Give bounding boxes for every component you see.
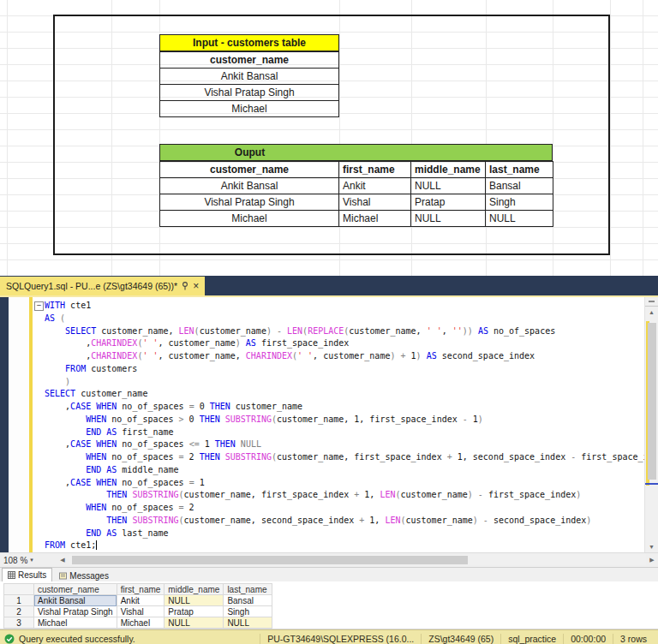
input-header-cell[interactable]: customer_name: [160, 52, 339, 69]
code-line[interactable]: END AS first_name: [45, 426, 645, 439]
grid-cell[interactable]: Ankit Bansal: [34, 595, 117, 606]
output-header-cell[interactable]: first_name: [339, 162, 411, 178]
input-cell[interactable]: Ankit Bansal: [160, 69, 339, 85]
zoom-level: 108 %: [3, 556, 27, 565]
code-line[interactable]: WHEN no_of_spaces = 2: [45, 502, 645, 515]
success-check-icon: [4, 634, 15, 644]
code-line[interactable]: AS (: [45, 313, 645, 325]
code-line[interactable]: WHEN no_of_spaces = 2 THEN SUBSTRING(cus…: [45, 451, 645, 464]
results-grid-area: customer_namefirst_namemiddle_namelast_n…: [0, 581, 658, 629]
horizontal-scrollbar[interactable]: [69, 555, 646, 565]
code-line[interactable]: THEN SUBSTRING(customer_name, first_spac…: [45, 489, 645, 502]
text-cursor: [96, 540, 97, 550]
close-icon[interactable]: ×: [193, 282, 199, 290]
pin-icon[interactable]: [182, 282, 188, 290]
grid-cell[interactable]: Singh: [224, 606, 272, 617]
table-row: Ankit BansalAnkitNULLBansal: [160, 178, 553, 194]
grid-cell[interactable]: NULL: [164, 595, 224, 606]
grid-cell[interactable]: Ankit: [117, 595, 164, 606]
grid-row-number[interactable]: 1: [4, 595, 34, 606]
grid-cell[interactable]: NULL: [164, 617, 224, 629]
document-tab[interactable]: SQLQuery1.sql - PU...e (ZS\gt34649 (65))…: [0, 277, 205, 295]
grid-cell[interactable]: Vishal Pratap Singh: [34, 606, 117, 617]
code-line[interactable]: ,CHARINDEX(' ', customer_name) AS first_…: [45, 337, 645, 350]
grid-cell[interactable]: Vishal: [117, 606, 164, 617]
output-cell[interactable]: Michael: [160, 211, 339, 227]
code-line[interactable]: END AS last_name: [45, 528, 645, 540]
output-cell[interactable]: Ankit Bansal: [160, 178, 339, 194]
output-cell[interactable]: Singh: [486, 194, 553, 211]
results-grid-icon: [8, 571, 15, 579]
output-cell[interactable]: NULL: [486, 211, 553, 227]
scroll-down-icon[interactable]: ▼: [645, 541, 658, 552]
vertical-scroll-thumb[interactable]: [648, 323, 656, 480]
grid-cell[interactable]: Michael: [34, 617, 117, 629]
grid-cell[interactable]: NULL: [224, 617, 272, 629]
vertical-scrollbar[interactable]: ▲ ▼: [644, 297, 658, 552]
code-line[interactable]: END AS middle_name: [45, 464, 645, 477]
output-cell[interactable]: NULL: [411, 178, 486, 194]
splitter-grip-icon[interactable]: [645, 297, 658, 307]
code-line[interactable]: WHEN no_of_spaces > 0 THEN SUBSTRING(cus…: [45, 414, 645, 426]
grid-corner[interactable]: [4, 584, 34, 595]
grid-column-header[interactable]: middle_name: [164, 584, 224, 595]
status-right-segments: PU-GT34649\SQLEXPRESS (16.0...ZS\gt34649…: [260, 634, 654, 644]
table-row: Michael: [160, 101, 339, 117]
scrollbar-caret-marker: [645, 483, 658, 485]
tab-results[interactable]: Results: [2, 568, 52, 581]
code-line[interactable]: ,CASE WHEN no_of_spaces = 0 THEN custome…: [45, 401, 645, 414]
grid-row-number[interactable]: 3: [4, 617, 34, 629]
zoom-control[interactable]: 108 % ▾: [0, 556, 57, 565]
status-bar: Query executed successfully. PU-GT34649\…: [0, 629, 658, 644]
tab-results-label: Results: [18, 570, 46, 580]
input-table: customer_nameAnkit BansalVishal Pratap S…: [159, 51, 339, 117]
output-header-cell[interactable]: customer_name: [160, 162, 339, 178]
collapse-region-icon[interactable]: −: [34, 301, 44, 311]
scroll-left-icon[interactable]: ◀: [57, 557, 69, 564]
output-cell[interactable]: NULL: [411, 211, 486, 227]
output-table-block: Ouput customer_namefirst_namemiddle_name…: [159, 144, 553, 227]
table-row: Ankit Bansal: [160, 69, 339, 85]
grid-cell[interactable]: Bansal: [224, 595, 272, 606]
output-cell[interactable]: Vishal Pratap Singh: [160, 194, 339, 211]
output-cell[interactable]: Pratap: [411, 194, 486, 211]
table-row: Vishal Pratap Singh: [160, 85, 339, 101]
messages-icon: [59, 572, 67, 580]
scroll-up-icon[interactable]: ▲: [645, 307, 658, 318]
horizontal-scroll-thumb[interactable]: [72, 556, 468, 564]
grid-row: 3MichaelMichaelNULLNULL: [4, 617, 272, 629]
output-cell[interactable]: Ankit: [339, 178, 411, 194]
input-cell[interactable]: Vishal Pratap Singh: [160, 85, 339, 101]
code-line[interactable]: THEN SUBSTRING(customer_name, second_spa…: [45, 515, 645, 528]
grid-column-header[interactable]: first_name: [117, 584, 164, 595]
code-line[interactable]: ,CHARINDEX(' ', customer_name, CHARINDEX…: [45, 350, 645, 363]
code-line[interactable]: ): [45, 376, 645, 389]
scroll-right-icon[interactable]: ▶: [646, 557, 658, 564]
status-segment: 00:00:00: [563, 634, 613, 644]
grid-cell[interactable]: Pratap: [164, 606, 224, 617]
output-cell[interactable]: Bansal: [486, 178, 553, 194]
output-header-cell[interactable]: middle_name: [411, 162, 486, 178]
output-cell[interactable]: Vishal: [339, 194, 411, 211]
code-line[interactable]: ,CASE WHEN no_of_spaces = 1: [45, 477, 645, 490]
code-pane[interactable]: WITH cte1AS ( SELECT customer_name, LEN(…: [45, 300, 645, 552]
code-line[interactable]: FROM cte1;: [45, 540, 645, 552]
sql-editor[interactable]: − WITH cte1AS ( SELECT customer_name, LE…: [0, 297, 658, 552]
grid-column-header[interactable]: customer_name: [34, 584, 117, 595]
status-segment: sql_practice: [500, 634, 563, 644]
tab-messages[interactable]: Messages: [54, 569, 114, 581]
grid-row-number[interactable]: 2: [4, 606, 34, 617]
code-line[interactable]: ,CASE WHEN no_of_spaces <= 1 THEN NULL: [45, 438, 645, 451]
code-line[interactable]: WITH cte1: [45, 300, 645, 313]
code-line[interactable]: SELECT customer_name, LEN(customer_name)…: [45, 325, 645, 338]
grid-cell[interactable]: Michael: [117, 617, 164, 629]
status-segment: ZS\gt34649 (65): [421, 634, 500, 644]
change-tracking-bar: [29, 297, 33, 552]
code-line[interactable]: FROM customers: [45, 363, 645, 376]
output-cell[interactable]: Michael: [339, 211, 411, 227]
gridline: [643, 0, 643, 276]
code-line[interactable]: SELECT customer_name: [45, 388, 645, 401]
input-cell[interactable]: Michael: [160, 101, 339, 117]
grid-column-header[interactable]: last_name: [224, 584, 272, 595]
output-header-cell[interactable]: last_name: [486, 162, 553, 178]
